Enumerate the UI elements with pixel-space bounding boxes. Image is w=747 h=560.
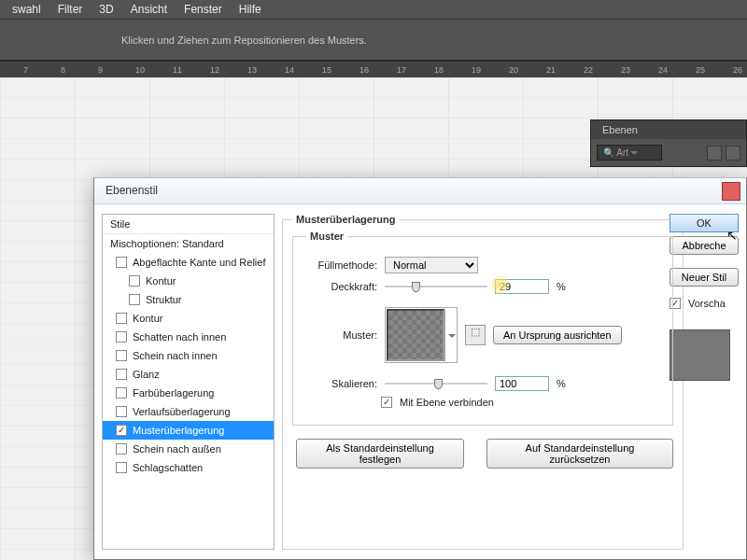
pattern-label: Muster:	[306, 329, 377, 341]
pattern-group: Muster Füllmethode: Normal Deckkraft: %	[292, 231, 673, 426]
style-checkbox[interactable]	[116, 313, 127, 324]
style-item[interactable]: Kontur	[103, 272, 274, 290]
style-checkbox[interactable]	[129, 294, 140, 305]
snap-to-origin-icon[interactable]: ⬚	[465, 325, 486, 345]
menu-item[interactable]: 3D	[91, 1, 121, 18]
snap-origin-button[interactable]: An Ursprung ausrichten	[493, 326, 622, 344]
style-item[interactable]: Glanz	[103, 365, 274, 384]
filter-icon[interactable]	[707, 146, 722, 161]
style-item-label: Mischoptionen: Standard	[110, 238, 224, 249]
style-checkbox[interactable]	[116, 443, 127, 455]
style-item[interactable]: Farbüberlagerung	[103, 384, 274, 402]
scale-label: Skalieren:	[306, 378, 377, 389]
ok-button[interactable]: OK	[669, 214, 739, 232]
layers-tab[interactable]: Ebenen	[591, 120, 746, 139]
dialog-title: Ebenenstil	[94, 178, 746, 204]
layer-style-dialog: Ebenenstil Stile Mischoptionen: Standard…	[93, 177, 747, 560]
style-checkbox[interactable]	[116, 406, 127, 417]
style-checkbox[interactable]	[116, 387, 127, 399]
style-checkbox[interactable]	[116, 331, 127, 343]
blend-mode-select[interactable]: Normal	[385, 257, 478, 273]
link-with-layer-label: Mit Ebene verbinden	[400, 397, 494, 408]
layers-panel[interactable]: Ebenen 🔍 Art	[590, 119, 747, 167]
scale-slider[interactable]	[385, 383, 487, 385]
preview-label: Vorscha	[688, 298, 726, 309]
link-with-layer-checkbox[interactable]: ✓	[381, 397, 392, 408]
layer-kind-select[interactable]: 🔍 Art	[597, 145, 662, 161]
style-checkbox[interactable]	[129, 275, 140, 287]
style-item[interactable]: Schatten nach innen	[103, 328, 274, 346]
make-default-button[interactable]: Als Standardeinstellung festlegen	[296, 439, 464, 469]
cancel-button[interactable]: Abbreche	[669, 236, 739, 255]
styles-header: Stile	[103, 215, 274, 234]
horizontal-ruler: 7 8 9 10 11 12 13 14 15 16 17 18 19 20 2…	[0, 61, 747, 77]
style-item[interactable]: ✓Musterüberlagerung	[103, 421, 274, 440]
styles-list[interactable]: Stile Mischoptionen: StandardAbgeflachte…	[102, 214, 275, 550]
style-item-label: Verlaufsüberlagerung	[133, 406, 231, 417]
pattern-picker-dropdown[interactable]	[444, 309, 456, 361]
style-checkbox[interactable]	[116, 350, 127, 361]
style-item-label: Farbüberlagerung	[133, 387, 214, 399]
style-item-label: Schatten nach innen	[133, 331, 226, 343]
style-checkbox[interactable]	[116, 257, 127, 268]
style-item[interactable]: Struktur	[103, 290, 274, 309]
menu-item[interactable]: swahl	[4, 1, 49, 18]
menu-item[interactable]: Filter	[49, 1, 92, 18]
style-checkbox[interactable]	[116, 462, 127, 473]
style-item[interactable]: Kontur	[103, 309, 274, 328]
style-item[interactable]: Schlagschatten	[103, 458, 274, 477]
pattern-overlay-group: Musterüberlagerung Muster Füllmethode: N…	[282, 214, 684, 550]
style-item-label: Abgeflachte Kante und Relief	[133, 257, 266, 268]
menu-bar[interactable]: swahl Filter 3D Ansicht Fenster Hilfe	[0, 0, 747, 19]
style-item[interactable]: Verlaufsüberlagerung	[103, 402, 274, 421]
style-item-label: Kontur	[133, 313, 162, 324]
opacity-slider[interactable]	[385, 286, 487, 287]
style-item-label: Musterüberlagerung	[133, 425, 224, 436]
opacity-input[interactable]	[495, 279, 549, 294]
style-item[interactable]: Mischoptionen: Standard	[103, 234, 274, 253]
style-item[interactable]: Schein nach innen	[103, 346, 274, 365]
style-item-label: Glanz	[133, 369, 160, 380]
style-item-label: Kontur	[146, 275, 176, 287]
pattern-swatch[interactable]	[387, 309, 444, 361]
menu-item[interactable]: Hilfe	[231, 1, 270, 18]
toolbar: Klicken und Ziehen zum Repositionieren d…	[0, 19, 747, 61]
toolbar-hint: Klicken und Ziehen zum Repositionieren d…	[121, 35, 367, 46]
scale-input[interactable]	[495, 376, 549, 391]
style-item-label: Schein nach außen	[133, 443, 221, 455]
style-item-label: Schlagschatten	[133, 462, 203, 473]
blend-mode-label: Füllmethode:	[306, 259, 377, 271]
style-item[interactable]: Abgeflachte Kante und Relief	[103, 253, 274, 272]
new-style-button[interactable]: Neuer Stil	[669, 268, 739, 287]
close-icon[interactable]	[722, 182, 740, 201]
style-checkbox[interactable]	[116, 369, 127, 380]
reset-default-button[interactable]: Auf Standardeinstellung zurücksetzen	[486, 439, 673, 469]
style-checkbox[interactable]: ✓	[116, 425, 127, 436]
menu-item[interactable]: Fenster	[176, 1, 231, 18]
filter-icon-2[interactable]	[726, 146, 740, 161]
preview-swatch	[669, 329, 730, 381]
menu-item[interactable]: Ansicht	[122, 1, 176, 18]
style-item-label: Schein nach innen	[133, 350, 218, 361]
style-item[interactable]: Schein nach außen	[103, 440, 274, 458]
opacity-label: Deckkraft:	[306, 281, 377, 292]
style-item-label: Struktur	[146, 294, 182, 305]
